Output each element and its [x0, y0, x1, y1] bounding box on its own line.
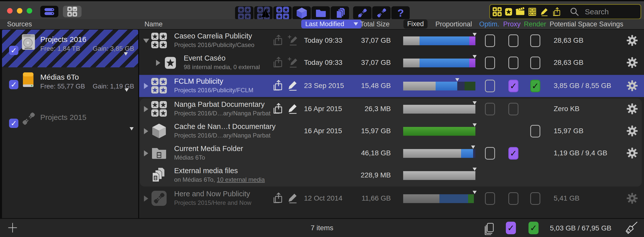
optim-checkbox[interactable] [485, 34, 495, 47]
render-checkbox[interactable]: ✓ [530, 80, 540, 92]
total-size-value: 26,3 MB [338, 105, 391, 113]
table-row[interactable]: Cache de Nan…t DocumentaryProjects 2016/… [139, 120, 644, 142]
render-total-checkbox[interactable]: ✓ [528, 222, 539, 234]
row-title: Event Caséo [184, 54, 225, 62]
optim-column-label[interactable]: Optim. [477, 20, 502, 28]
source-item-2[interactable]: ✓ Projects 2015 [2, 109, 138, 142]
table-row[interactable]: Nanga Parbat DocumentaryProjects 2016/D…… [139, 98, 644, 120]
toolbar-button-warning-stars[interactable] [254, 6, 273, 20]
proxy-checkbox[interactable] [508, 57, 518, 69]
toolbar-button-copies[interactable] [331, 6, 349, 20]
add-library-button[interactable] [63, 6, 82, 17]
proxy-checkbox[interactable] [508, 34, 518, 47]
name-column-label: Name [144, 20, 163, 28]
optim-checkbox[interactable] [485, 57, 495, 69]
source-name: Projects 2015 [40, 113, 86, 122]
optim-checkbox[interactable] [485, 147, 495, 160]
filter-star-grid-icon[interactable] [493, 7, 502, 16]
proxy-checkbox[interactable]: ✓ [508, 80, 518, 92]
disclosure-triangle-expanded[interactable] [143, 39, 149, 43]
usage-bar [403, 59, 475, 67]
bar-segment-dimblue [439, 194, 468, 203]
proxy-column-label[interactable]: Proxy [499, 20, 524, 28]
disclosure-triangle-collapsed[interactable] [144, 106, 148, 112]
table-row[interactable]: Here and Now PublicityProjects 2015/Here… [139, 187, 644, 210]
filter-pencil-icon[interactable] [540, 7, 549, 17]
share-icon[interactable] [272, 103, 283, 114]
broom-icon[interactable] [624, 221, 638, 235]
table-row[interactable]: Caseo Carrelia PublicityProjects 2016/Pu… [139, 30, 644, 52]
render-checkbox[interactable] [530, 34, 540, 47]
toolbar-button-hand-stars[interactable] [235, 6, 253, 20]
disclosure-triangle-collapsed[interactable] [156, 60, 160, 66]
source-checkbox[interactable]: ✓ [9, 46, 18, 55]
search-input[interactable] [584, 7, 642, 16]
disclosure-triangle-collapsed[interactable] [144, 83, 148, 89]
sources-view-button[interactable] [40, 6, 58, 17]
toolbar-button-plug-disconnected[interactable] [372, 6, 391, 20]
table-row[interactable]: External media fileson Médias 6To, 10 ex… [139, 164, 644, 186]
library-icon [151, 32, 167, 49]
source-checkbox[interactable]: ✓ [9, 80, 18, 89]
disclosure-triangle-collapsed[interactable] [144, 128, 148, 134]
size-mode-fixed-button[interactable]: Fixed [403, 19, 428, 29]
filter-clapperboard-icon[interactable] [515, 7, 525, 17]
search-icon [569, 7, 580, 17]
table-row[interactable]: Current Media FolderMédias 6To46,18 GB✓1… [139, 142, 644, 164]
share-icon[interactable] [272, 34, 283, 46]
share-icon[interactable] [272, 57, 283, 68]
filter-star-badge-icon[interactable] [504, 8, 513, 16]
traffic-light-close[interactable] [7, 8, 13, 14]
render-column-label[interactable]: Render [522, 20, 548, 28]
gear-icon[interactable] [626, 147, 638, 159]
pencil-plus-icon[interactable] [287, 34, 298, 46]
row-title: FCLM Publicity [174, 77, 223, 85]
pencil-plus-icon[interactable] [287, 57, 298, 68]
share-icon[interactable] [272, 80, 283, 91]
proxy-total-checkbox[interactable]: ✓ [506, 222, 516, 234]
copies-total-icon[interactable] [483, 222, 496, 235]
proxy-checkbox[interactable] [508, 103, 518, 115]
render-checkbox[interactable] [530, 125, 540, 137]
gear-icon[interactable] [626, 103, 638, 115]
external-media-link[interactable]: 10 external media [217, 176, 265, 183]
share-icon[interactable] [272, 192, 283, 204]
size-mode-proportional-button[interactable]: Proportional [435, 20, 472, 28]
gear-icon[interactable] [626, 125, 638, 137]
source-item-1[interactable]: ✓ Médias 6To Free: 55,77 GB Gain: 1,19 G… [2, 70, 138, 106]
traffic-light-minimize[interactable] [17, 8, 22, 14]
render-checkbox[interactable] [530, 192, 540, 205]
bar-segment-dimgreen [468, 194, 474, 203]
traffic-light-zoom[interactable] [27, 8, 32, 14]
source-checkbox[interactable]: ✓ [9, 119, 18, 128]
pencil-icon[interactable] [287, 80, 298, 91]
optim-checkbox[interactable] [485, 80, 495, 92]
table-row[interactable]: Event Caséo98 internal media, 0 external… [139, 52, 644, 74]
proxy-checkbox[interactable]: ✓ [508, 147, 518, 160]
toolbar-button-star-grid[interactable] [273, 6, 292, 20]
table-row[interactable]: FCLM PublicityProjects 2016/Publicity/FC… [139, 75, 644, 97]
optim-checkbox[interactable] [485, 192, 495, 205]
source-item-0[interactable]: ✓ Projects 2016 Free: 1,84 TB Gain: 3,85… [2, 30, 138, 67]
pencil-icon[interactable] [287, 103, 298, 114]
plug-disconnected-icon [375, 7, 388, 19]
row-title: Nanga Parbat Documentary [174, 100, 264, 109]
bar-marker-icon [473, 33, 477, 36]
toolbar-button-help[interactable]: ? [391, 6, 410, 20]
render-checkbox[interactable] [530, 57, 540, 69]
gear-icon[interactable] [626, 57, 638, 68]
gear-icon[interactable] [626, 80, 638, 91]
filter-share-icon[interactable] [552, 7, 561, 17]
gear-icon[interactable] [626, 193, 638, 204]
row-title: Here and Now Publicity [174, 190, 250, 198]
disclosure-triangle-collapsed[interactable] [144, 196, 148, 202]
toolbar-button-folder[interactable] [312, 6, 330, 20]
toolbar-button-plug-connected[interactable] [353, 6, 371, 20]
pencil-icon[interactable] [287, 192, 298, 204]
toolbar-button-cube[interactable] [292, 6, 311, 20]
filter-filmstrip-icon[interactable] [527, 7, 537, 17]
proxy-checkbox[interactable] [508, 192, 518, 205]
optim-checkbox[interactable] [485, 103, 495, 115]
disclosure-triangle-collapsed[interactable] [144, 150, 148, 156]
gear-icon[interactable] [626, 35, 638, 46]
